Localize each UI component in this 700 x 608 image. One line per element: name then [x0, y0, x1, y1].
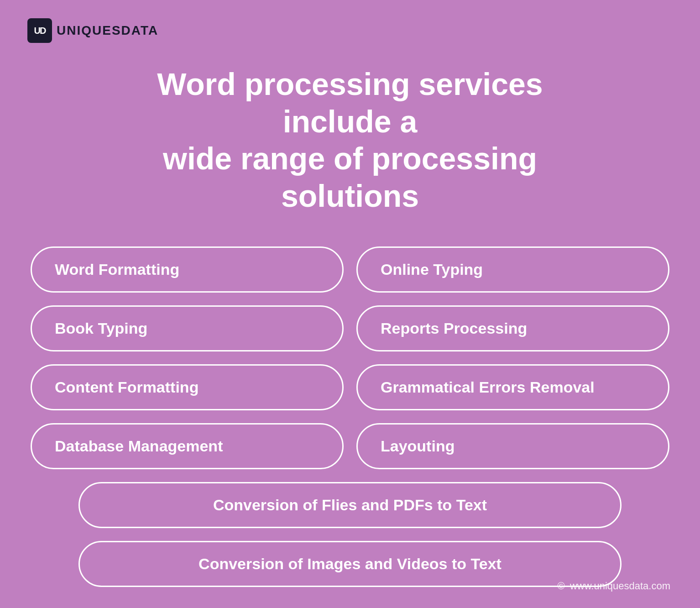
service-pill-grammatical-errors: Grammatical Errors Removal: [356, 364, 669, 410]
service-pill-database-management: Database Management: [31, 423, 344, 469]
logo-text: UNIQUESDATA: [57, 23, 158, 38]
copyright-symbol: ©: [558, 580, 565, 592]
main-heading: Word processing services include a wide …: [99, 66, 601, 215]
services-grid: Word Formatting Online Typing Book Typin…: [31, 246, 669, 469]
service-pill-conversion-files: Conversion of Flies and PDFs to Text: [78, 482, 622, 528]
service-pill-conversion-images: Conversion of Images and Videos to Text: [78, 541, 622, 587]
service-pill-content-formatting: Content Formatting: [31, 364, 344, 410]
services-bottom: Conversion of Flies and PDFs to Text Con…: [31, 482, 669, 587]
service-pill-online-typing: Online Typing: [356, 246, 669, 293]
logo-area: UD UNIQUESDATA: [27, 18, 673, 43]
page-wrapper: UD UNIQUESDATA Word processing services …: [0, 0, 700, 608]
service-pill-word-formatting: Word Formatting: [31, 246, 344, 293]
service-pill-layouting: Layouting: [356, 423, 669, 469]
logo-icon: UD: [27, 18, 52, 43]
footer: © www.uniquesdata.com: [558, 580, 673, 592]
website-url: www.uniquesdata.com: [570, 580, 670, 592]
service-pill-reports-processing: Reports Processing: [356, 305, 669, 351]
service-pill-book-typing: Book Typing: [31, 305, 344, 351]
